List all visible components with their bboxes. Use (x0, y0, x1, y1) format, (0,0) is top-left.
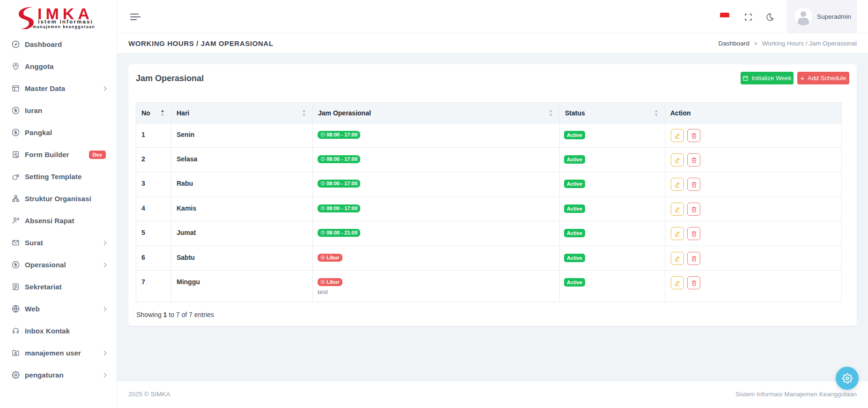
svg-text:manajemen keanggotaan: manajemen keanggotaan (33, 24, 95, 29)
svg-text:istem informasi: istem informasi (38, 19, 93, 24)
